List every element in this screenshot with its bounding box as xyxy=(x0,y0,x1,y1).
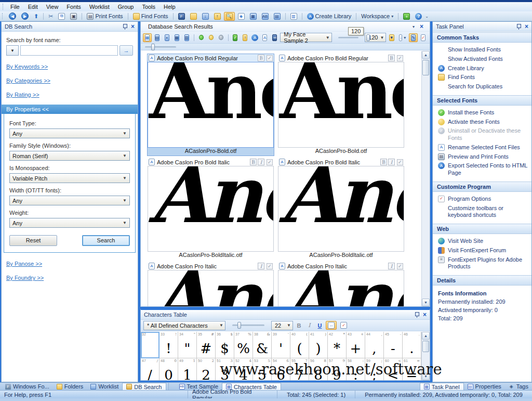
family-style-select[interactable]: Roman (Serif)▼ xyxy=(9,151,130,161)
search-go-button[interactable]: → xyxy=(119,45,133,56)
view-details-button[interactable]: ▤ xyxy=(153,33,162,42)
font-checkbox[interactable]: ✓ xyxy=(397,55,403,61)
view-thumbnails-button[interactable]: ▦ xyxy=(143,33,152,42)
width-select[interactable]: Any▼ xyxy=(9,196,130,205)
find-fonts-button[interactable]: Find Fonts xyxy=(131,12,170,21)
font-type-select[interactable]: Any▼ xyxy=(9,128,130,138)
compare-fonts-button[interactable]: ▥ xyxy=(288,12,299,21)
char-cell[interactable]: 37%% xyxy=(234,332,253,358)
task-item-create-library[interactable]: Create Library xyxy=(434,64,530,73)
menu-group[interactable]: Group xyxy=(114,3,138,10)
scroll-thumb[interactable] xyxy=(422,60,429,75)
menu-view[interactable]: View xyxy=(42,3,63,10)
task-item-program-options[interactable]: Program Options xyxy=(434,195,530,204)
list-view-button[interactable]: ▤ xyxy=(272,12,283,21)
worklist-view-button[interactable]: ↓ xyxy=(200,12,211,21)
library-view-button[interactable]: ↑ xyxy=(212,12,223,21)
section-header-common-tasks[interactable]: Common Tasks xyxy=(433,32,531,43)
font-preview[interactable]: Anot xyxy=(148,270,274,306)
scroll-up-icon[interactable]: ▲ xyxy=(422,51,430,59)
tab-windows-fo[interactable]: Windows Fo... xyxy=(2,383,53,390)
char-cell[interactable]: 36$$ xyxy=(216,332,234,358)
first-aid-button[interactable]: ＋ xyxy=(401,12,412,21)
font-checkbox[interactable]: ✓ xyxy=(397,263,403,269)
char-cell[interactable]: 4911 xyxy=(178,358,197,380)
task-item-search-for-duplicates[interactable]: Search for Duplicates xyxy=(434,82,530,92)
back-button[interactable]: ◀ xyxy=(7,12,18,21)
char-cell[interactable]: 32 xyxy=(141,332,159,358)
by-foundry-link[interactable]: By Foundry >> xyxy=(6,275,133,281)
task-item-activate-these-fonts[interactable]: Activate these Fonts xyxy=(434,118,530,127)
task-item-install-these-fonts[interactable]: Install these Fonts xyxy=(434,108,530,118)
task-item-show-activated-fonts[interactable]: Show Activated Fonts xyxy=(434,55,530,64)
face-sample-combo[interactable]: My Face Sample 2 ▼ xyxy=(280,33,331,42)
font-card[interactable]: AAdobe Caslon Pro Bold ItalicBI✓AnotACas… xyxy=(278,158,404,260)
size-slider[interactable] xyxy=(338,37,358,38)
filter-not-installed-button[interactable] xyxy=(217,33,225,42)
create-library-button[interactable]: Create Library xyxy=(305,12,354,21)
columns-slider[interactable] xyxy=(145,46,176,48)
cut-button[interactable]: ✂ xyxy=(46,12,55,21)
font-preview[interactable]: Ano xyxy=(278,62,404,148)
weight-select[interactable]: Any▼ xyxy=(9,218,130,228)
char-proof-button[interactable]: ✓ xyxy=(338,321,349,330)
font-preview[interactable]: Anot xyxy=(278,270,404,306)
char-cell[interactable]: 35## xyxy=(197,332,216,358)
bold-button[interactable]: B xyxy=(295,321,303,330)
paste-button[interactable]: ▣ xyxy=(68,12,79,21)
task-item-export-selected-fonts-to-html-page[interactable]: Export Selected Fonts to HTML Page xyxy=(434,161,530,178)
char-cell[interactable]: 45-- xyxy=(384,332,403,358)
task-item-find-fonts[interactable]: Find Fonts xyxy=(434,73,530,82)
panel-menu-icon[interactable]: ▾ xyxy=(413,24,415,29)
char-cell[interactable]: 40(( xyxy=(290,332,309,358)
text-sample-view-button[interactable]: AB xyxy=(260,12,271,21)
font-checkbox[interactable]: ✓ xyxy=(267,55,273,61)
print-fonts-button[interactable]: ▤ Print Fonts xyxy=(85,12,125,21)
rename-files-button[interactable]: A xyxy=(260,33,269,42)
tab-folders[interactable]: Folders xyxy=(53,383,87,390)
font-card[interactable]: AAdobe Caslon Pro Bold RegularB✓AnoACasl… xyxy=(278,54,404,156)
pin-icon[interactable] xyxy=(123,24,127,30)
cell-size-button[interactable]: ↔ xyxy=(326,321,337,330)
task-item-fontexpert-plugins-for-adobe-products[interactable]: FontExpert Plugins for Adobe Products xyxy=(434,255,530,272)
proof-button[interactable]: ✓ xyxy=(419,33,428,42)
italic-button[interactable]: I xyxy=(305,321,314,330)
font-card[interactable]: AAdobe Caslon Pro Bold RegularB✓AnoACasl… xyxy=(148,54,274,156)
task-item-show-installed-fonts[interactable]: Show Installed Fonts xyxy=(434,45,530,55)
tab-worklist[interactable]: Worklist xyxy=(87,383,122,390)
section-header-web[interactable]: Web xyxy=(433,224,531,234)
slider-thumb[interactable] xyxy=(151,44,155,50)
font-preview[interactable]: Ano xyxy=(148,62,274,148)
task-item-visit-web-site[interactable]: Visit Web Site xyxy=(434,237,530,246)
tab-tags[interactable]: Tags xyxy=(505,383,532,390)
db-search-view-button[interactable]: 🔍 xyxy=(224,12,235,21)
by-properties-header[interactable]: By Properties << xyxy=(2,105,138,114)
table-view-button[interactable]: ▦ xyxy=(248,12,259,21)
section-header-customize-program[interactable]: Customize Program xyxy=(433,182,531,192)
menu-file[interactable]: File xyxy=(6,3,24,10)
font-checkbox[interactable]: ✓ xyxy=(267,263,273,269)
font-card[interactable]: AAdobe Caslon Pro ItalicI✓Anot xyxy=(278,262,404,306)
char-cell[interactable]: 43++ xyxy=(347,332,365,358)
forward-button[interactable]: ▶ xyxy=(19,12,31,21)
search-history-dropdown[interactable]: ▼ xyxy=(6,45,19,56)
font-card[interactable]: AAdobe Caslon Pro Bold ItalicBI✓AnotACas… xyxy=(148,158,274,260)
tab-task-panel[interactable]: Task Panel xyxy=(420,383,464,390)
char-cell[interactable]: 4800 xyxy=(159,358,178,380)
reset-button[interactable]: Reset xyxy=(9,235,57,246)
menu-tools[interactable]: Tools xyxy=(138,3,159,10)
tab-db-search[interactable]: DB Search xyxy=(122,383,166,390)
scroll-up-icon[interactable]: ▲ xyxy=(422,332,430,340)
by-categories-link[interactable]: By Categories >> xyxy=(6,77,133,84)
char-cell[interactable]: 34"" xyxy=(178,332,197,358)
char-cell[interactable]: 46.. xyxy=(403,332,421,358)
pin-icon[interactable] xyxy=(415,312,419,318)
task-item-visit-fontexpert-forum[interactable]: Visit FontExpert Forum xyxy=(434,246,530,255)
char-cell[interactable]: 33!! xyxy=(159,332,178,358)
view-tiles-button[interactable]: ▪ xyxy=(163,33,171,42)
char-cell[interactable]: 41)) xyxy=(309,332,328,358)
workspace-dropdown[interactable]: Workspace ▾ xyxy=(359,12,395,21)
menu-help[interactable]: Help xyxy=(159,3,180,10)
slider-thumb[interactable] xyxy=(366,34,370,41)
export-html-button[interactable] xyxy=(250,33,259,42)
